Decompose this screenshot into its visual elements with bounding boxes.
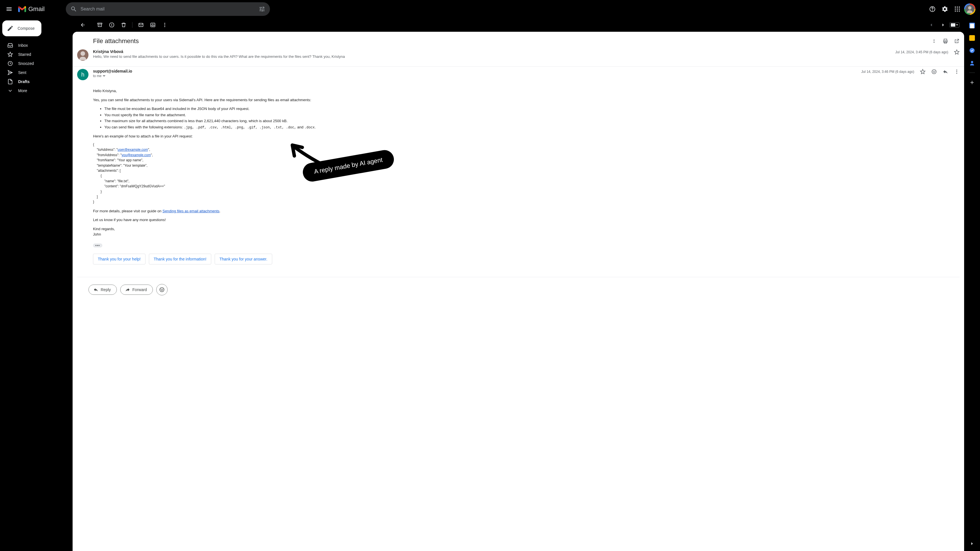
chevron-down-icon: [7, 88, 13, 94]
svg-point-9: [957, 11, 958, 12]
emoji-icon: [159, 287, 165, 292]
newer-button[interactable]: [937, 19, 949, 30]
gmail-logo[interactable]: Gmail: [18, 5, 64, 13]
show-trimmed-button[interactable]: •••: [93, 243, 102, 248]
search-input[interactable]: [80, 6, 256, 12]
input-tool-select[interactable]: [950, 22, 959, 27]
spam-button[interactable]: [106, 19, 118, 30]
compose-label: Compose: [18, 26, 35, 30]
recipient-line[interactable]: to me: [93, 74, 857, 78]
nav-label: Inbox: [18, 43, 28, 48]
compose-button[interactable]: Compose: [2, 21, 41, 36]
smart-reply-1[interactable]: Thank you for your help!: [93, 254, 145, 264]
move-to-inbox-icon: [150, 22, 156, 28]
print-button[interactable]: [943, 38, 948, 44]
nav-sent[interactable]: Sent: [0, 68, 68, 77]
tune-icon: [259, 6, 266, 13]
reply-row: Reply Forward: [77, 277, 959, 306]
body-text: Yes, you can send file attachments to yo…: [93, 97, 959, 103]
svg-point-16: [164, 23, 165, 24]
reply-icon: [93, 287, 99, 292]
react-button[interactable]: [931, 69, 937, 75]
side-add-button[interactable]: [969, 79, 975, 85]
main-menu-button[interactable]: [2, 2, 16, 16]
gmail-logo-icon: [18, 6, 26, 12]
forward-button[interactable]: Forward: [120, 284, 153, 295]
side-collapse-button[interactable]: [969, 541, 975, 546]
message-more-button[interactable]: [954, 69, 959, 75]
body-text: Hello Kristyna,: [93, 88, 959, 94]
tasks-icon: [969, 48, 975, 53]
smart-reply-2[interactable]: Thank you for the information!: [149, 254, 211, 264]
side-app-calendar[interactable]: [969, 23, 975, 29]
nav-drafts[interactable]: Drafts: [0, 77, 68, 86]
older-button[interactable]: [926, 19, 937, 30]
nav-starred[interactable]: Starred: [0, 50, 68, 59]
account-button[interactable]: [964, 3, 975, 15]
code-link[interactable]: user@example.com: [118, 148, 148, 152]
nav-inbox[interactable]: Inbox: [0, 41, 68, 50]
svg-point-24: [935, 71, 935, 72]
svg-point-25: [956, 70, 957, 71]
reply-button[interactable]: [943, 69, 948, 75]
side-app-tasks[interactable]: [969, 48, 975, 53]
smart-replies: Thank you for your help! Thank you for t…: [77, 248, 959, 264]
nav-label: Snoozed: [18, 61, 34, 66]
hamburger-icon: [6, 6, 13, 13]
delete-button[interactable]: [118, 19, 129, 30]
clock-icon: [7, 61, 13, 66]
mail-icon: [138, 22, 144, 28]
star-outline-icon: [954, 49, 959, 55]
svg-rect-12: [98, 23, 102, 24]
message-snippet: Hello, We need to send file attachments …: [93, 54, 891, 59]
pencil-icon: [7, 25, 14, 32]
new-window-button[interactable]: [954, 38, 959, 44]
svg-point-3: [957, 6, 958, 8]
support-button[interactable]: [927, 3, 938, 15]
search-button[interactable]: [68, 3, 80, 15]
more-button[interactable]: [159, 19, 170, 30]
open-new-icon: [954, 38, 959, 44]
apps-button[interactable]: [951, 3, 963, 15]
gear-icon: [942, 6, 948, 13]
star-button[interactable]: [920, 69, 926, 75]
move-to-inbox-button[interactable]: [147, 19, 159, 30]
nav-more[interactable]: More: [0, 86, 68, 95]
nav-snoozed[interactable]: Snoozed: [0, 59, 68, 68]
search-options-button[interactable]: [256, 3, 268, 15]
main: File attachments Kristýna Vrbová Hello, …: [73, 18, 964, 551]
back-button[interactable]: [77, 19, 89, 30]
smart-reply-3[interactable]: Thank you for your answer.: [215, 254, 272, 264]
sender-name: support@sidemail.io: [93, 69, 857, 73]
header-right: [927, 3, 978, 15]
side-app-keep[interactable]: [969, 35, 975, 41]
svg-point-27: [956, 73, 957, 74]
arrow-left-icon: [80, 22, 86, 28]
react-emoji-button[interactable]: [156, 284, 168, 295]
expand-all-button[interactable]: [931, 38, 937, 44]
code-link[interactable]: you@example.com: [122, 153, 151, 157]
nav-label: Sent: [18, 70, 26, 75]
settings-button[interactable]: [939, 3, 950, 15]
reply-button[interactable]: Reply: [89, 284, 117, 295]
search-bar[interactable]: [66, 2, 270, 16]
chevron-right-icon: [969, 541, 975, 546]
sender-name: Kristýna Vrbová: [93, 49, 891, 54]
sender-avatar: h: [77, 69, 89, 80]
archive-button[interactable]: [94, 19, 105, 30]
sidebar: Compose Inbox Starred Snoozed Sent Draft…: [0, 18, 73, 551]
plus-icon: [969, 79, 975, 85]
chevron-left-icon: [928, 22, 934, 28]
side-app-contacts[interactable]: [969, 60, 975, 66]
star-button[interactable]: [954, 49, 959, 55]
svg-point-6: [957, 8, 958, 10]
svg-point-23: [933, 71, 934, 72]
gmail-wordmark: Gmail: [29, 5, 45, 13]
message-date: Jul 14, 2024, 3:45 PM (6 days ago): [895, 50, 948, 54]
mark-unread-button[interactable]: [135, 19, 146, 30]
guide-link[interactable]: Sending files as email attachments: [162, 209, 220, 213]
message-collapsed[interactable]: Kristýna Vrbová Hello, We need to send f…: [73, 47, 964, 67]
message-body: Hello Kristyna, Yes, you can send file a…: [77, 80, 959, 248]
unfold-icon: [931, 38, 937, 44]
inbox-icon: [7, 43, 13, 48]
